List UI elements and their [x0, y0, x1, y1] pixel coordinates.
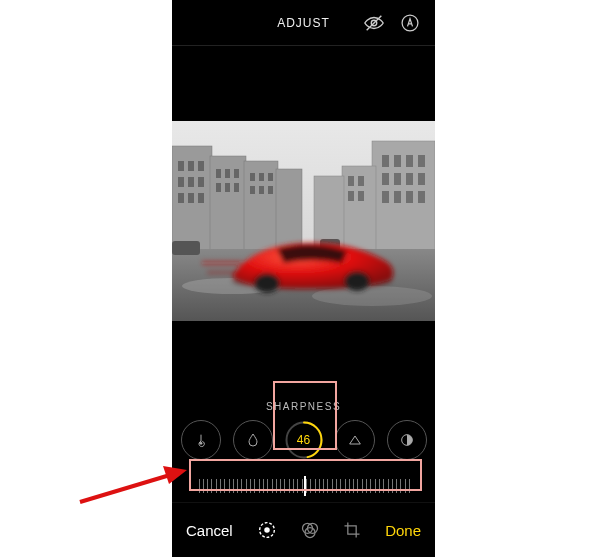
svg-rect-36 [382, 173, 389, 185]
svg-rect-12 [188, 177, 194, 187]
photo-canvas[interactable] [172, 46, 435, 395]
svg-rect-26 [250, 186, 255, 194]
svg-point-58 [199, 442, 202, 445]
svg-line-67 [80, 475, 170, 502]
svg-rect-14 [178, 193, 184, 203]
svg-rect-44 [348, 176, 354, 186]
filters-tool-icon[interactable] [300, 520, 320, 540]
thermometer-icon [193, 432, 209, 448]
svg-rect-47 [358, 191, 364, 201]
vignette-icon [399, 432, 415, 448]
svg-rect-32 [382, 155, 389, 167]
dial-noise-reduction[interactable] [181, 420, 221, 460]
svg-rect-56 [202, 261, 242, 265]
svg-rect-18 [225, 169, 230, 178]
adjustment-dials: 46 [181, 420, 427, 460]
svg-rect-24 [259, 173, 264, 181]
svg-rect-38 [406, 173, 413, 185]
parameter-label: SHARPNESS [266, 401, 341, 412]
svg-point-50 [312, 286, 432, 306]
value-slider[interactable] [195, 474, 413, 498]
adjustments-panel: SHARPNESS [172, 395, 435, 502]
edited-photo [172, 121, 435, 321]
svg-rect-29 [372, 141, 435, 251]
mode-title: ADJUST [277, 16, 330, 30]
photo-editor-screen: ADJUST [172, 0, 435, 557]
svg-rect-45 [358, 176, 364, 186]
auto-circle-icon[interactable] [399, 12, 421, 34]
svg-rect-11 [178, 177, 184, 187]
svg-rect-9 [188, 161, 194, 171]
svg-rect-27 [259, 186, 264, 194]
slider-indicator [304, 476, 306, 496]
svg-rect-57 [207, 271, 242, 274]
svg-rect-28 [268, 186, 273, 194]
svg-rect-21 [225, 183, 230, 192]
svg-rect-23 [250, 173, 255, 181]
svg-rect-25 [268, 173, 273, 181]
svg-rect-33 [394, 155, 401, 167]
done-button[interactable]: Done [385, 522, 421, 539]
svg-rect-15 [188, 193, 194, 203]
cancel-button[interactable]: Cancel [186, 522, 233, 539]
svg-point-63 [264, 527, 270, 533]
svg-rect-40 [382, 191, 389, 203]
adjust-tool-icon[interactable] [256, 519, 278, 541]
svg-rect-46 [348, 191, 354, 201]
svg-rect-37 [394, 173, 401, 185]
dial-vignette[interactable] [387, 420, 427, 460]
svg-rect-17 [216, 169, 221, 178]
svg-rect-41 [394, 191, 401, 203]
svg-rect-16 [198, 193, 204, 203]
triangle-icon [347, 432, 363, 448]
svg-rect-20 [216, 183, 221, 192]
top-bar: ADJUST [172, 0, 435, 46]
dial-definition[interactable] [335, 420, 375, 460]
dial-saturation[interactable] [233, 420, 273, 460]
droplet-icon [245, 432, 261, 448]
svg-rect-13 [198, 177, 204, 187]
svg-rect-51 [172, 241, 200, 255]
svg-rect-7 [276, 169, 302, 251]
svg-rect-34 [406, 155, 413, 167]
svg-rect-39 [418, 173, 425, 185]
svg-rect-35 [418, 155, 425, 167]
bottom-bar: Cancel Done [172, 502, 435, 557]
crop-tool-icon[interactable] [342, 520, 362, 540]
edit-modes [256, 519, 362, 541]
svg-rect-22 [234, 183, 239, 192]
svg-rect-10 [198, 161, 204, 171]
svg-rect-42 [406, 191, 413, 203]
eye-off-icon[interactable] [363, 12, 385, 34]
svg-point-55 [344, 271, 370, 291]
svg-rect-8 [178, 161, 184, 171]
svg-rect-43 [418, 191, 425, 203]
dial-sharpness[interactable]: 46 [285, 421, 323, 459]
svg-point-54 [254, 273, 280, 293]
svg-rect-19 [234, 169, 239, 178]
